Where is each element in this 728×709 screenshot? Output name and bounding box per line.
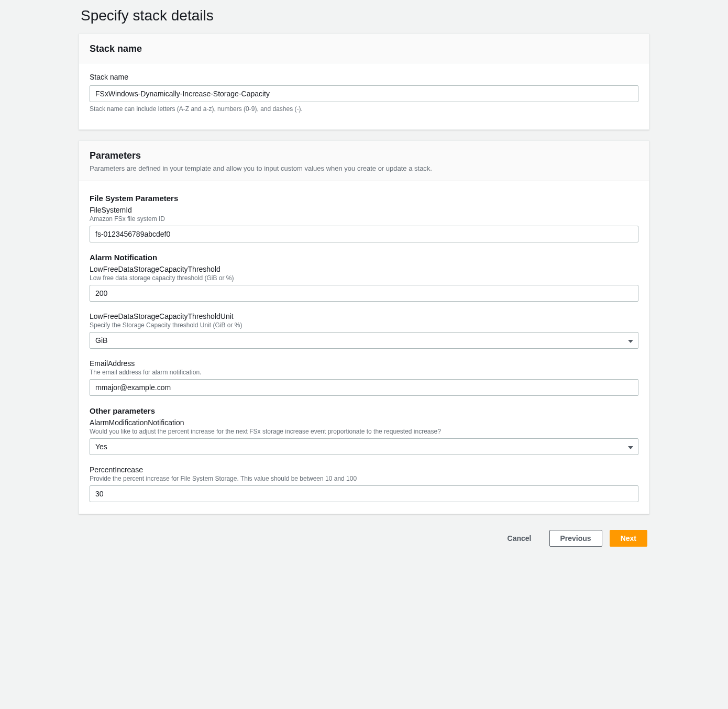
threshold-input[interactable] bbox=[90, 285, 638, 302]
parameters-subtitle: Parameters are defined in your template … bbox=[90, 164, 638, 172]
wizard-footer: Cancel Previous Next bbox=[79, 525, 649, 552]
threshold-unit-select[interactable]: GiB bbox=[90, 332, 638, 349]
next-button[interactable]: Next bbox=[610, 530, 647, 547]
threshold-unit-desc: Specify the Storage Capacity threshold U… bbox=[90, 322, 638, 329]
group-alarm-heading: Alarm Notification bbox=[90, 253, 638, 262]
percent-increase-input[interactable] bbox=[90, 485, 638, 502]
percent-increase-desc: Provide the percent increase for File Sy… bbox=[90, 475, 638, 482]
stack-name-panel-header: Stack name bbox=[79, 34, 649, 63]
group-other-parameters: Other parameters AlarmModificationNotifi… bbox=[90, 406, 638, 502]
filesystemid-desc: Amazon FSx file system ID bbox=[90, 215, 638, 223]
alarm-mod-desc: Would you like to adjust the percent inc… bbox=[90, 428, 638, 435]
email-label: EmailAddress bbox=[90, 359, 638, 368]
group-other-heading: Other parameters bbox=[90, 406, 638, 415]
group-file-system-heading: File System Parameters bbox=[90, 194, 638, 203]
stack-name-input[interactable] bbox=[90, 85, 638, 102]
stack-name-hint: Stack name can include letters (A-Z and … bbox=[90, 105, 638, 113]
email-desc: The email address for alarm notification… bbox=[90, 369, 638, 376]
group-file-system: File System Parameters FileSystemId Amaz… bbox=[90, 194, 638, 242]
threshold-unit-label: LowFreeDataStorageCapacityThresholdUnit bbox=[90, 312, 638, 320]
alarm-mod-label: AlarmModificationNotification bbox=[90, 418, 638, 427]
threshold-desc: Low free data storage capacity threshold… bbox=[90, 274, 638, 282]
stack-name-label: Stack name bbox=[90, 73, 638, 81]
filesystemid-label: FileSystemId bbox=[90, 206, 638, 214]
parameters-panel-header: Parameters Parameters are defined in you… bbox=[79, 141, 649, 181]
cancel-button[interactable]: Cancel bbox=[497, 530, 542, 547]
parameters-panel: Parameters Parameters are defined in you… bbox=[79, 140, 649, 514]
stack-name-panel: Stack name Stack name Stack name can inc… bbox=[79, 34, 649, 130]
filesystemid-input[interactable] bbox=[90, 226, 638, 242]
previous-button[interactable]: Previous bbox=[549, 530, 602, 547]
threshold-label: LowFreeDataStorageCapacityThreshold bbox=[90, 265, 638, 273]
group-alarm-notification: Alarm Notification LowFreeDataStorageCap… bbox=[90, 253, 638, 396]
parameters-heading: Parameters bbox=[90, 150, 638, 161]
alarm-mod-select[interactable]: Yes bbox=[90, 438, 638, 455]
email-input[interactable] bbox=[90, 379, 638, 396]
stack-name-heading: Stack name bbox=[90, 43, 638, 54]
page-title: Specify stack details bbox=[79, 4, 649, 34]
percent-increase-label: PercentIncrease bbox=[90, 466, 638, 474]
